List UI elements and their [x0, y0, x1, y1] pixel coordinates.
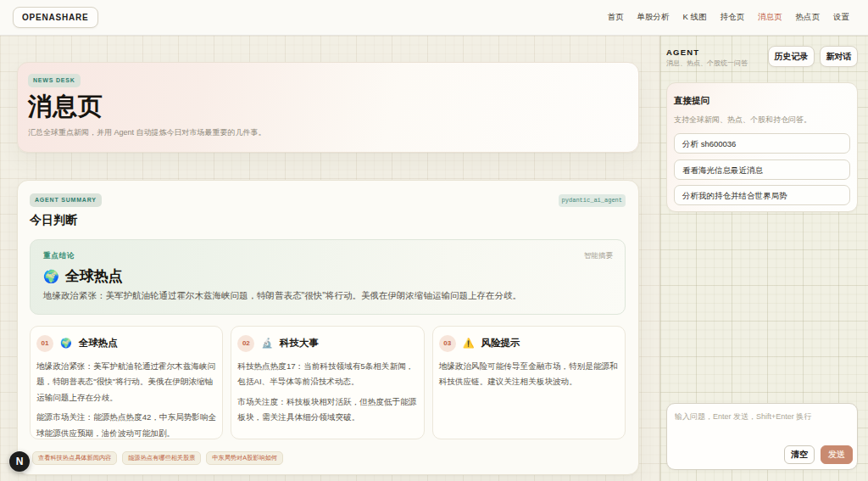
summary-badge-row: AGENT SUMMARY pydantic_ai_agent: [30, 193, 626, 207]
app-root: OPENASHARE 首页 单股分析 K 线图 持仓页 消息页 热点页 设置 N…: [0, 0, 868, 481]
agent-name-tag: pydantic_ai_agent: [559, 194, 626, 207]
summary-card-text: 能源市场关注：能源热点热度42，中东局势影响全球能源供应预期，油价波动可能加剧。: [36, 410, 216, 439]
index-badge: 03: [439, 335, 456, 352]
suggestion-sh600036[interactable]: 分析 sh600036: [674, 133, 850, 154]
summary-card-tech: 02 🔬 科技大事 科技热点热度17：当前科技领域有5条相关新闻，包括AI、半导…: [231, 326, 424, 439]
globe-icon: 🌍: [60, 338, 72, 349]
quick-question-energy[interactable]: 能源热点有哪些相关股票: [122, 451, 201, 465]
send-button[interactable]: 发送: [821, 445, 853, 464]
summary-card-risk: 03 ⚠️ 风险提示 地缘政治风险可能传导至金融市场，特别是能源和科技供应链。建…: [432, 326, 626, 439]
key-conclusion-text: 地缘政治紧张：美军护航油轮通过霍尔木兹海峡问题，特朗普表态"很快"将行动。美俄在…: [43, 290, 613, 302]
nextjs-dev-badge[interactable]: N: [9, 451, 30, 472]
summary-heading: 今日判断: [30, 213, 626, 228]
clear-button[interactable]: 清空: [784, 445, 815, 464]
question-input[interactable]: [675, 411, 850, 445]
agent-subtitle: 消息、热点、个股统一问答: [666, 60, 748, 67]
ask-card-title: 直接提问: [674, 95, 850, 106]
key-conclusion-box: 重点结论 智能摘要 🌍 全球热点 地缘政治紧张：美军护航油轮通过霍尔木兹海峡问题…: [30, 239, 626, 315]
suggestion-portfolio[interactable]: 分析我的持仓并结合世界局势: [674, 185, 850, 205]
news-desk-badge: NEWS DESK: [28, 74, 81, 87]
summary-card-text: 科技热点热度17：当前科技领域有5条相关新闻，包括AI、半导体等前沿技术动态。: [237, 359, 417, 390]
quick-question-row: 查看科技热点具体新闻内容 能源热点有哪些相关股票 中东局势对A股影响如何: [32, 451, 626, 465]
page-subtitle: 汇总全球重点新闻，并用 Agent 自动提炼今日对市场最重要的几件事。: [28, 127, 627, 138]
history-button[interactable]: 历史记录: [768, 46, 815, 67]
warning-icon: ⚠️: [463, 338, 475, 349]
page-title: 消息页: [28, 92, 627, 120]
ask-card: 直接提问 支持全球新闻、热点、个股和持仓问答。 分析 sh600036 看看海光…: [666, 82, 858, 212]
quick-question-tech[interactable]: 查看科技热点具体新闻内容: [32, 451, 117, 465]
key-conclusion-title: 全球热点: [65, 267, 123, 285]
microscope-icon: 🔬: [261, 338, 273, 349]
new-chat-button[interactable]: 新对话: [820, 46, 858, 67]
quick-question-mideast[interactable]: 中东局势对A股影响如何: [206, 451, 283, 465]
nav-stock-analysis[interactable]: 单股分析: [637, 12, 670, 23]
ask-card-description: 支持全球新闻、热点、个股和持仓问答。: [674, 115, 850, 124]
summary-card-title: 全球热点: [79, 337, 118, 350]
agent-header: AGENT 消息、热点、个股统一问答 历史记录 新对话: [666, 44, 858, 67]
nav-news[interactable]: 消息页: [758, 12, 782, 23]
nav-portfolio[interactable]: 持仓页: [721, 12, 745, 23]
nav-hotspots[interactable]: 热点页: [796, 12, 821, 23]
composer: 清空 发送: [666, 403, 858, 470]
index-badge: 01: [36, 335, 53, 352]
index-badge: 02: [237, 335, 254, 352]
summary-card-text: 市场关注度：科技板块相对活跃，但热度低于能源板块，需关注具体细分领域突破。: [237, 394, 417, 426]
globe-icon: 🌍: [43, 267, 59, 285]
app-header: OPENASHARE 首页 单股分析 K 线图 持仓页 消息页 热点页 设置: [0, 0, 868, 36]
key-conclusion-header: 重点结论 智能摘要: [43, 251, 613, 261]
main-column: NEWS DESK 消息页 汇总全球重点新闻，并用 Agent 自动提炼今日对市…: [0, 36, 659, 481]
summary-card-title: 科技大事: [280, 337, 319, 350]
brand-logo[interactable]: OPENASHARE: [13, 7, 98, 28]
summary-card-text: 地缘政治紧张：美军护航油轮通过霍尔木兹海峡问题，特朗普表态"很快"将行动。美俄在…: [36, 359, 216, 406]
nav-home[interactable]: 首页: [608, 12, 624, 23]
top-nav: 首页 单股分析 K 线图 持仓页 消息页 热点页 设置: [608, 12, 849, 23]
hero-card: NEWS DESK 消息页 汇总全球重点新闻，并用 Agent 自动提炼今日对市…: [17, 62, 639, 153]
summary-card-title: 风险提示: [481, 337, 520, 350]
summary-card-global: 01 🌍 全球热点 地缘政治紧张：美军护航油轮通过霍尔木兹海峡问题，特朗普表态"…: [30, 326, 223, 439]
suggestion-hygon[interactable]: 看看海光信息最近消息: [674, 159, 850, 180]
agent-summary-badge: AGENT SUMMARY: [30, 193, 102, 207]
content-area: NEWS DESK 消息页 汇总全球重点新闻，并用 Agent 自动提炼今日对市…: [0, 36, 868, 481]
agent-title: AGENT: [666, 48, 748, 57]
smart-summary-label: 智能摘要: [584, 251, 613, 261]
nav-settings[interactable]: 设置: [833, 12, 849, 23]
nav-kline[interactable]: K 线图: [683, 12, 707, 23]
summary-card-text: 地缘政治风险可能传导至金融市场，特别是能源和科技供应链。建议关注相关板块波动。: [439, 359, 619, 390]
key-conclusion-kicker: 重点结论: [43, 251, 75, 261]
summary-columns: 01 🌍 全球热点 地缘政治紧张：美军护航油轮通过霍尔木兹海峡问题，特朗普表态"…: [30, 326, 626, 439]
agent-sidebar: AGENT 消息、热点、个股统一问答 历史记录 新对话 直接提问 支持全球新闻、…: [659, 36, 868, 481]
agent-summary-card: AGENT SUMMARY pydantic_ai_agent 今日判断 重点结…: [17, 180, 639, 475]
key-conclusion-title-row: 🌍 全球热点: [43, 267, 613, 285]
